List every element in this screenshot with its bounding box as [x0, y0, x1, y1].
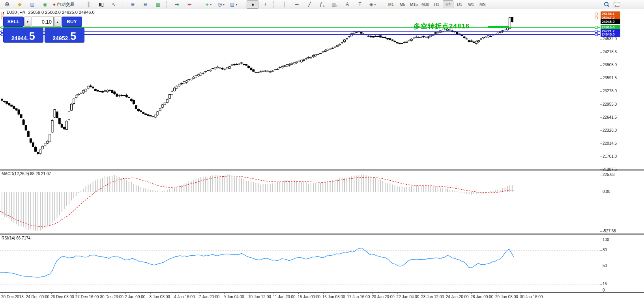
periods-button-caret[interactable]: ▾	[223, 3, 225, 6]
buy-button[interactable]: BUY	[62, 17, 82, 27]
chart-ohlc-values: 25059.0 25062.0 24925.0 24946.0	[28, 10, 94, 15]
chart-window-icon: ▲	[2, 11, 5, 14]
toolbar-separator	[242, 1, 244, 7]
timeframe-h4[interactable]: H4	[443, 0, 453, 8]
chart-canvas[interactable]	[0, 0, 644, 301]
time-axis-label: 20 Dec 2018	[1, 295, 24, 299]
vertical-line-tool[interactable]: │	[278, 0, 290, 9]
line-chart-button[interactable]: ∿	[108, 0, 120, 9]
buy-price-main: 24952	[52, 36, 68, 41]
template-button[interactable]: ▤▾	[228, 0, 240, 9]
chart-title-bar: ▲ DJ30-,H4 25059.0 25062.0 24925.0 24946…	[2, 10, 95, 15]
chart-shift-icon: ⇤	[187, 2, 191, 7]
fibonacci-tool[interactable]: ƒE	[316, 0, 328, 9]
trendline-tool[interactable]: ╱	[303, 0, 315, 9]
add-indicator-button-caret[interactable]: ▾	[210, 3, 212, 6]
candlestick-chart-icon: ▮▯	[99, 2, 104, 7]
chart-shift-button[interactable]: ⇤	[183, 0, 195, 9]
timeframe-m15[interactable]: M15	[408, 0, 419, 8]
annotation-text[interactable]: 多空转折点24816	[414, 22, 470, 31]
cursor-tool-button[interactable]: ▲	[247, 0, 258, 9]
time-axis-label: 2 Jan 00:00	[125, 295, 145, 299]
volume-decrease-button[interactable]: ▼	[24, 17, 31, 27]
indicator-axis-label: 100	[603, 237, 609, 242]
timeframe-mn[interactable]: MN	[477, 0, 488, 8]
autotrading-button[interactable]: ●自动交易	[52, 0, 75, 9]
auto-scroll-icon: ⇥	[175, 2, 179, 7]
price-tick-label: 23591.5	[603, 76, 617, 80]
time-axis-label: 15 Jan 00:00	[298, 295, 320, 299]
timeframe-m5[interactable]: M5	[397, 0, 408, 8]
sell-price-button[interactable]: 24944 . 5	[3, 28, 43, 43]
tile-windows-button[interactable]: ▦	[152, 0, 164, 9]
shapes-button[interactable]: ◈▾	[367, 0, 378, 9]
time-axis-label: 30 Dec 23:00	[100, 295, 124, 299]
horizontal-line-tool[interactable]: ─	[291, 0, 303, 9]
candlestick-chart-button[interactable]: ▮▯	[95, 0, 107, 9]
price-tick-label: 22641.5	[603, 115, 617, 120]
crosshair-tool-button[interactable]: +	[259, 0, 271, 9]
new-order-button[interactable]: 单	[1, 0, 13, 9]
label-icon: T	[359, 2, 361, 7]
cursor-tool-icon: ▲	[250, 1, 256, 7]
timeframe-m1[interactable]: M1	[386, 0, 396, 8]
price-tick-label: 22955.0	[603, 102, 617, 107]
timeframe-w1[interactable]: W1	[466, 0, 476, 8]
horizontal-line-icon: ─	[295, 2, 299, 7]
channel-icon: ▦	[331, 2, 336, 7]
add-indicator-button[interactable]: +▾	[202, 0, 214, 9]
indicator-axis-label: 225.63	[603, 172, 615, 177]
timeframe-h1[interactable]: H1	[431, 0, 442, 8]
time-axis-label: 9 Jan 04:00	[223, 295, 244, 299]
search-button[interactable]	[604, 2, 609, 7]
time-axis-label: 24 Dec 00:00	[26, 295, 50, 299]
toolbar-right-group	[602, 2, 623, 7]
bar-chart-button[interactable]: ║	[82, 0, 94, 9]
time-axis-label: 7 Jan 20:00	[199, 295, 219, 299]
volume-increase-button[interactable]: ▲	[54, 17, 61, 27]
market-watch-icon-icon: ▤	[30, 2, 34, 7]
sell-button[interactable]: SELL	[3, 17, 24, 27]
price-tick-label: 23905.0	[603, 63, 617, 67]
time-axis-label: 29 Jan 08:00	[495, 295, 518, 299]
zoom-in-button[interactable]: ⊕	[127, 0, 139, 9]
timeframe-m30[interactable]: M30	[420, 0, 431, 8]
signals-icon[interactable]: ◉	[39, 0, 51, 9]
bar-chart-icon: ║	[87, 2, 90, 7]
chat-button[interactable]	[614, 2, 620, 7]
time-axis-label: 10 Jan 12:00	[248, 295, 271, 299]
mt4-window: 单◆▤◉●自动交易║▮▯∿⊕⊖▦⇥⇤+▾◷▾▤▾▲+│─╱ƒE▦FAT◈▾ M1…	[0, 0, 644, 301]
price-tick-label: 24532.0	[603, 37, 617, 41]
crosshair-tool-icon: +	[264, 2, 267, 7]
timeframe-d1[interactable]: D1	[454, 0, 465, 8]
add-indicator-icon: +	[205, 2, 209, 7]
time-axis-label: 22 Jan 04:00	[397, 295, 419, 299]
autotrading-button-label: 自动交易	[57, 2, 74, 7]
auto-scroll-button[interactable]: ⇥	[171, 0, 183, 9]
zoom-out-button[interactable]: ⊖	[139, 0, 151, 9]
shapes-button-caret[interactable]: ▾	[374, 3, 376, 6]
time-axis-label: 3 Jan 08:00	[150, 295, 170, 299]
metaquotes-icon[interactable]: ◆	[14, 0, 26, 9]
periods-icon: ◷	[218, 2, 222, 7]
market-watch-icon[interactable]: ▤	[26, 0, 38, 9]
macd-indicator-label: MACD(12,26,9) 88.26 21.07	[2, 172, 51, 176]
periods-button[interactable]: ◷▾	[215, 0, 227, 9]
trendline-icon: ╱	[308, 2, 311, 7]
indicator-axis-label: -527.68	[603, 229, 616, 233]
time-axis-label: 27 Dec 16:00	[75, 295, 99, 299]
signals-icon-icon: ◉	[43, 2, 47, 7]
toolbar-separator	[122, 1, 124, 7]
channel-tool[interactable]: ▦F	[329, 0, 341, 9]
label-tool[interactable]: T	[354, 0, 366, 9]
buy-price-fraction: 5	[70, 32, 76, 41]
toolbar-separator	[273, 1, 276, 7]
toolbar-separator	[166, 1, 168, 7]
text-tool[interactable]: A	[341, 0, 353, 9]
time-axis-label: 16 Jan 08:00	[322, 295, 345, 299]
volume-input[interactable]	[32, 17, 54, 27]
template-button-caret[interactable]: ▾	[236, 3, 237, 6]
toolbar-separator	[198, 1, 200, 7]
buy-price-button[interactable]: 24952 . 5	[45, 28, 85, 43]
time-axis-label: 17 Jan 16:00	[347, 295, 370, 299]
